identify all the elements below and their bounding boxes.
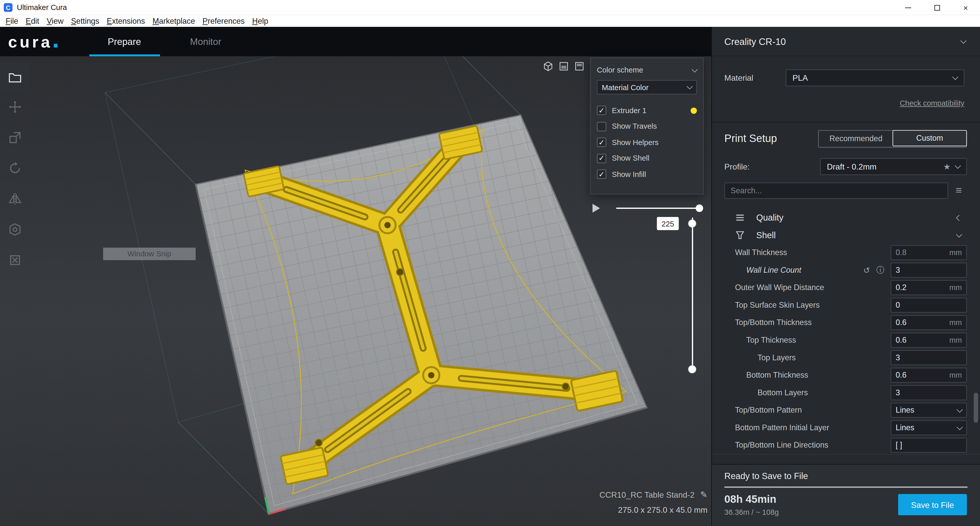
setting-bottom-thickness[interactable]: Bottom Thickness 0.6 mm	[712, 367, 980, 384]
menu-help[interactable]: Help	[248, 17, 272, 25]
checkbox-checked[interactable]: ✓	[597, 154, 606, 163]
model-dimensions: 275.0 x 275.0 x 45.0 mm	[438, 505, 708, 515]
layer-slider-upper-handle[interactable]	[688, 220, 696, 228]
setting-dropdown-field[interactable]: Lines	[891, 420, 967, 435]
settings-search-input[interactable]	[724, 183, 948, 199]
setting-top-surface-skin-layers[interactable]: Top Surface Skin Layers 0	[712, 296, 980, 314]
profile-dropdown[interactable]: Draft - 0.2mm ★	[820, 158, 967, 175]
option-extruder-1[interactable]: ✓ Extruder 1	[597, 103, 697, 118]
setting-value-field[interactable]: 0.6 mm	[891, 368, 967, 383]
option-show-infill[interactable]: ✓ Show Infill	[597, 166, 697, 182]
option-show-travels[interactable]: Show Travels	[597, 118, 697, 134]
view-3d-icon	[543, 61, 553, 71]
checkbox-checked[interactable]: ✓	[597, 106, 606, 115]
color-scheme-dropdown[interactable]: Material Color	[597, 80, 697, 94]
mirror-tool-button[interactable]	[8, 192, 22, 206]
category-label: Quality	[756, 213, 957, 223]
option-show-shell[interactable]: ✓ Show Shell	[597, 150, 697, 166]
minimize-button[interactable]	[894, 0, 923, 15]
settings-scrollbar[interactable]	[974, 393, 978, 423]
setting-top-thickness[interactable]: Top Thickness 0.6 mm	[712, 332, 980, 349]
setting-bottom-layers[interactable]: Bottom Layers 3	[712, 384, 980, 402]
path-slider-handle[interactable]	[696, 204, 703, 212]
tab-prepare[interactable]: Prepare	[88, 27, 161, 56]
support-blocker-button[interactable]	[8, 253, 22, 267]
move-tool-button[interactable]	[8, 100, 22, 114]
per-model-settings-button[interactable]	[8, 223, 22, 236]
info-icon[interactable]: ⓘ	[876, 265, 884, 276]
output-status: Ready to Save to File	[724, 471, 967, 481]
category-shell[interactable]: Shell	[712, 226, 980, 244]
custom-mode-button[interactable]: Custom	[892, 130, 967, 146]
window-snip-overlay: Window Snip	[103, 248, 196, 260]
layer-slider-track[interactable]	[692, 218, 693, 370]
checkbox-checked[interactable]: ✓	[597, 169, 606, 179]
setting-value-field[interactable]: 0.8 mm	[891, 245, 967, 260]
menu-file[interactable]: File	[2, 17, 22, 25]
setting-bottom-pattern-initial-layer[interactable]: Bottom Pattern Initial Layer Lines	[712, 419, 980, 437]
checkbox-checked[interactable]: ✓	[597, 138, 606, 147]
setting-value-field[interactable]: 0.6 mm	[891, 315, 967, 330]
print-setup-title: Print Setup	[724, 132, 777, 145]
rename-model-icon[interactable]: ✎	[700, 490, 708, 500]
material-dropdown[interactable]: PLA	[786, 69, 964, 86]
setting-outer-wall-wipe-distance[interactable]: Outer Wall Wipe Distance 0.2 mm	[712, 279, 980, 296]
open-file-button[interactable]	[0, 62, 30, 93]
scale-tool-button[interactable]	[8, 131, 22, 145]
option-show-helpers[interactable]: ✓ Show Helpers	[597, 135, 697, 150]
menu-marketplace[interactable]: Marketplace	[149, 17, 199, 25]
cura-application-window: C Ultimaker Cura × File Edit View Settin…	[0, 0, 980, 526]
view-top-button[interactable]	[574, 61, 585, 72]
setting-top-bottom-pattern[interactable]: Top/Bottom Pattern Lines	[712, 402, 980, 419]
rotate-tool-button[interactable]	[8, 161, 22, 175]
setting-value-field[interactable]: 3	[891, 385, 967, 400]
shell-icon	[735, 230, 745, 240]
play-simulation-button[interactable]	[593, 204, 600, 212]
profile-label: Profile:	[724, 162, 820, 171]
minimize-icon	[905, 7, 911, 8]
list-divider	[712, 454, 980, 454]
setting-top-bottom-thickness[interactable]: Top/Bottom Thickness 0.6 mm	[712, 314, 980, 332]
layer-slider-lower-handle[interactable]	[688, 365, 696, 373]
category-quality[interactable]: Quality	[712, 209, 980, 226]
menu-preferences[interactable]: Preferences	[199, 17, 248, 25]
setting-top-layers[interactable]: Top Layers 3	[712, 349, 980, 367]
layer-view-options: ✓ Extruder 1 Show Travels ✓ Show Helpers…	[597, 103, 697, 182]
setting-value-field[interactable]: 3	[891, 350, 967, 365]
menu-extensions[interactable]: Extensions	[103, 17, 149, 25]
maximize-button[interactable]	[923, 0, 951, 15]
view-front-button[interactable]	[558, 61, 570, 72]
setting-wall-thickness[interactable]: Wall Thickness 0.8 mm	[712, 244, 980, 261]
recommended-mode-button[interactable]: Recommended	[819, 131, 893, 147]
revert-icon[interactable]: ↺	[863, 266, 870, 275]
setting-top-bottom-line-directions[interactable]: Top/Bottom Line Directions [ ]	[712, 437, 980, 454]
setting-value-field[interactable]: [ ]	[891, 438, 967, 453]
view-3d-button[interactable]	[542, 61, 554, 72]
setting-value-field[interactable]: 0.2 mm	[891, 280, 967, 295]
close-button[interactable]: ×	[951, 0, 980, 15]
menu-edit[interactable]: Edit	[22, 17, 43, 25]
chevron-left-icon	[956, 215, 962, 221]
setting-wall-line-count[interactable]: Wall Line Count ↺ ⓘ 3	[712, 261, 980, 279]
profile-value: Draft - 0.2mm	[827, 162, 939, 171]
open-folder-icon	[7, 70, 22, 85]
material-value: PLA	[792, 73, 808, 83]
setting-value-field[interactable]: 0	[891, 298, 967, 313]
save-to-file-button[interactable]: Save to File	[898, 494, 967, 515]
menu-view[interactable]: View	[43, 17, 67, 25]
settings-menu-icon[interactable]: ≡	[956, 184, 962, 197]
checkbox-unchecked[interactable]	[597, 122, 606, 131]
support-blocker-icon	[8, 253, 22, 267]
current-layer-value: 225	[657, 217, 679, 230]
setting-value-field[interactable]: 3	[891, 263, 967, 278]
tab-monitor[interactable]: Monitor	[179, 27, 232, 56]
menu-settings[interactable]: Settings	[67, 17, 103, 25]
cura-logo: cura	[8, 32, 57, 52]
setting-value-field[interactable]: 0.6 mm	[891, 333, 967, 348]
view-front-icon	[558, 61, 569, 71]
setting-dropdown-field[interactable]: Lines	[891, 403, 967, 418]
printer-selector[interactable]: Creality CR-10	[712, 27, 980, 56]
color-scheme-header[interactable]: Color scheme	[597, 64, 697, 76]
path-slider-track[interactable]	[616, 207, 700, 209]
check-compatibility-link[interactable]: Check compatibility	[900, 99, 964, 107]
